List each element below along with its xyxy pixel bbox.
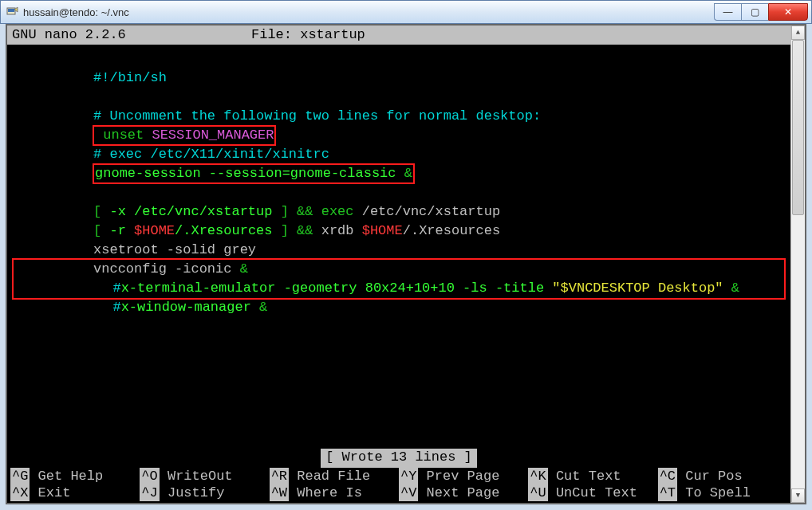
scroll-track[interactable] [791,40,805,488]
nano-file-label: File: xstartup [251,26,365,45]
shortcut-key[interactable]: ^W [270,484,289,501]
putty-icon [6,6,18,18]
window-frame: GNU nano 2.2.6 File: xstartup #!/bin/sh … [0,24,812,510]
line-1: #!/bin/sh [12,49,786,69]
shortcut-key[interactable]: ^G [10,468,30,484]
editor-content[interactable]: #!/bin/sh # Uncomment the following two … [7,45,790,300]
window-titlebar[interactable]: hussain@tendo: ~/.vnc — ▢ ✕ [0,0,812,24]
shortcut-key[interactable]: ^X [10,484,30,501]
minimize-button[interactable]: — [714,3,741,21]
shortcut-key[interactable]: ^R [270,468,289,484]
scroll-up-button[interactable]: ▲ [791,26,805,40]
shortcut-key[interactable]: ^U [528,484,547,501]
shortcut-row-2: ^X Exit ^J Justify ^W Where Is ^V Next P… [10,484,787,501]
scroll-thumb[interactable] [792,40,804,215]
scrollbar[interactable]: ▲ ▼ [790,26,805,503]
shortcut-key[interactable]: ^O [140,468,159,484]
terminal[interactable]: GNU nano 2.2.6 File: xstartup #!/bin/sh … [7,26,790,503]
shortcut-key[interactable]: ^V [399,484,418,501]
close-button[interactable]: ✕ [768,3,808,21]
nano-header: GNU nano 2.2.6 File: xstartup [7,26,790,45]
shortcut-key[interactable]: ^C [658,468,677,484]
shortcut-key[interactable]: ^K [528,468,547,484]
maximize-button[interactable]: ▢ [741,3,768,21]
nano-status: [ Wrote 13 lines ] [10,449,787,468]
line-3: # Uncomment the following two lines for … [12,88,786,107]
scroll-down-button[interactable]: ▼ [791,488,805,503]
shortcut-key[interactable]: ^T [658,484,677,501]
shortcut-row-1: ^G Get Help ^O WriteOut ^R Read File ^Y … [10,468,787,484]
line-8: [ -x /etc/vnc/xstartup ] && exec /etc/vn… [12,183,786,202]
svg-rect-1 [8,9,14,12]
shortcut-key[interactable]: ^Y [399,468,418,484]
window-controls: — ▢ ✕ [714,3,808,21]
nano-version: GNU nano 2.2.6 [12,26,251,45]
window-title: hussain@tendo: ~/.vnc [23,6,714,18]
nano-footer: [ Wrote 13 lines ] ^G Get Help ^O WriteO… [7,449,790,503]
shortcut-key[interactable]: ^J [140,484,159,501]
